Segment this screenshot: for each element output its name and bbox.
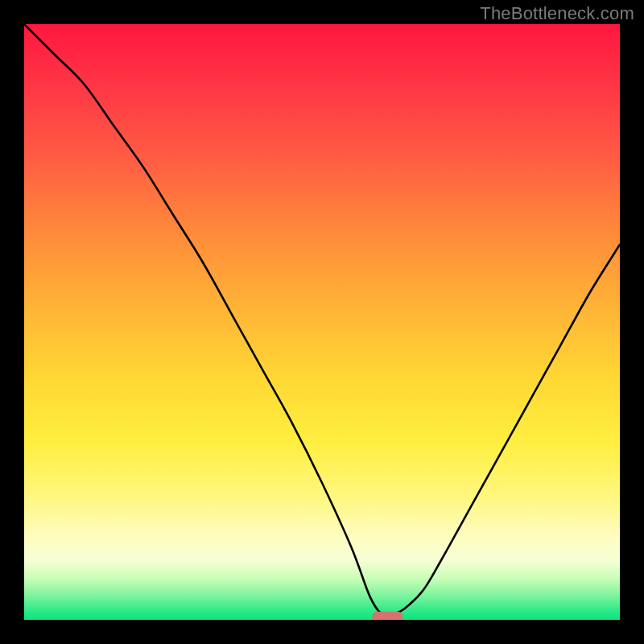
watermark-text: TheBottleneck.com bbox=[480, 3, 634, 24]
plot-area bbox=[24, 24, 620, 620]
bottleneck-curve bbox=[24, 24, 620, 616]
chart-svg bbox=[24, 24, 620, 620]
optimal-point-marker bbox=[372, 612, 402, 620]
chart-frame: TheBottleneck.com bbox=[0, 0, 644, 644]
